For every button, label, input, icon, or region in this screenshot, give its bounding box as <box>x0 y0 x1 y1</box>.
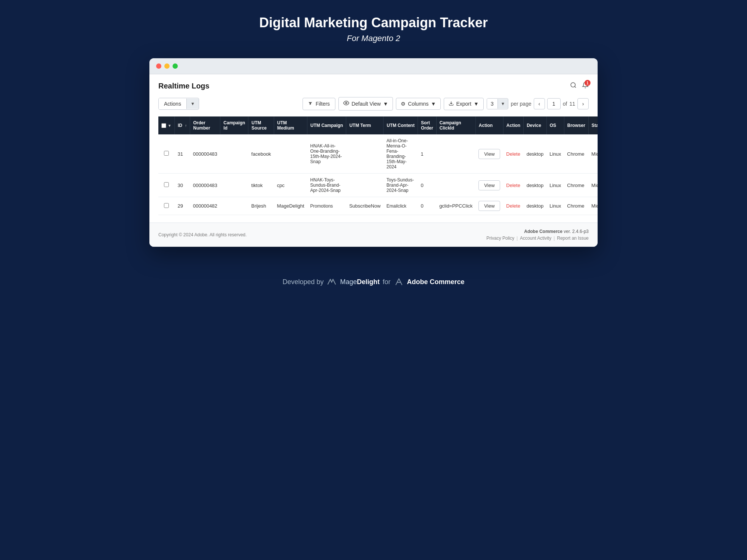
th-utm-source: UTMSource <box>248 116 274 134</box>
admin-title: Realtime Logs <box>158 82 210 90</box>
cell-order-1: 000000483 <box>190 174 220 197</box>
per-page-arrow-icon[interactable]: ▼ <box>498 99 508 109</box>
filter-icon <box>308 101 313 107</box>
footer-version-label: Adobe Commerce <box>524 229 562 234</box>
th-os: OS <box>546 116 564 134</box>
svg-line-1 <box>574 86 576 87</box>
cell-utm-medium-2: MageDelight <box>274 197 307 215</box>
view-button-0[interactable]: View <box>478 149 500 159</box>
filters-button[interactable]: Filters <box>303 98 335 110</box>
cell-sort-order-0: 1 <box>418 134 436 174</box>
toolbar-right: Filters Default View ▼ ⚙ C <box>303 97 589 111</box>
cell-browser-0: Chrome <box>564 134 588 174</box>
per-page-select[interactable]: 3 ▼ <box>487 98 509 109</box>
cell-clickid-0 <box>436 134 475 174</box>
privacy-policy-link[interactable]: Privacy Policy <box>486 236 514 241</box>
cell-action-view-2: View <box>475 197 503 215</box>
table-row: 29 000000482 Brijesh MageDelight Promoti… <box>158 197 598 215</box>
cell-action-view-0: View <box>475 134 503 174</box>
report-issue-link[interactable]: Report an Issue <box>557 236 589 241</box>
th-order-number: OrderNumber <box>190 116 220 134</box>
branding-for: for <box>383 278 391 286</box>
cell-utm-campaign-1: HNAK-Toys-Sundus-Brand-Apr-2024-Snap <box>307 174 346 197</box>
brand-delight: Delight <box>357 278 380 286</box>
cell-utm-content-2: Emailclick <box>384 197 418 215</box>
admin-header: Realtime Logs 1 <box>158 82 589 90</box>
table-row: 30 000000483 tiktok cpc HNAK-Toys-Sundus… <box>158 174 598 197</box>
columns-button[interactable]: ⚙ Columns ▼ <box>396 98 441 110</box>
cell-id-1: 30 <box>174 174 190 197</box>
view-select[interactable]: Default View ▼ <box>338 97 393 111</box>
th-device: Device <box>524 116 547 134</box>
row-checkbox-2[interactable] <box>164 203 169 208</box>
cell-action-view-1: View <box>475 174 503 197</box>
bottom-branding: Developed by MageDelight for Adobe Comme… <box>282 277 464 287</box>
cell-os-2: Linux <box>546 197 564 215</box>
close-button[interactable] <box>156 63 161 69</box>
next-page-button[interactable]: › <box>577 98 589 109</box>
th-action-delete: Action <box>503 116 523 134</box>
view-button-1[interactable]: View <box>478 180 500 190</box>
magedelight-logo-icon <box>326 277 337 287</box>
notifications-button[interactable]: 1 <box>582 82 589 90</box>
browser-titlebar <box>149 58 598 74</box>
page-number-input[interactable] <box>547 98 561 109</box>
cell-utm-campaign-0: HNAK-All-in-One-Branding-15th-May-2024-S… <box>307 134 346 174</box>
th-action-view: Action <box>475 116 503 134</box>
cell-sort-order-2: 0 <box>418 197 436 215</box>
admin-content: Realtime Logs 1 <box>149 74 598 223</box>
cell-id-2: 29 <box>174 197 190 215</box>
delete-link-0[interactable]: Delete <box>506 151 520 157</box>
cell-utm-content-1: Toys-Sundus-Brand-Apr-2024-Snap <box>384 174 418 197</box>
account-activity-link[interactable]: Account Activity <box>520 236 551 241</box>
cell-utm-content-0: All-in-One-Menna-O-Fena-Branding-15th-Ma… <box>384 134 418 174</box>
actions-dropdown[interactable]: Actions ▼ <box>158 98 199 110</box>
th-campaign-id: CampaignId <box>220 116 248 134</box>
columns-label: Columns <box>408 101 428 107</box>
delete-link-1[interactable]: Delete <box>506 183 520 188</box>
per-page-value: 3 <box>487 99 498 109</box>
header-icons: 1 <box>570 82 589 90</box>
table-header-row: ▼ ID ↑ OrderNumber CampaignId UTMSource … <box>158 116 598 134</box>
cell-campaign-id-2 <box>220 197 248 215</box>
minimize-button[interactable] <box>164 63 170 69</box>
view-button-2[interactable]: View <box>478 201 500 211</box>
columns-chevron-icon: ▼ <box>431 101 436 107</box>
prev-page-button[interactable]: ‹ <box>534 98 545 109</box>
branding-magedelight: MageDelight <box>340 278 379 286</box>
cell-utm-term-1 <box>346 174 384 197</box>
maximize-button[interactable] <box>173 63 178 69</box>
row-checkbox-0[interactable] <box>164 151 169 156</box>
actions-arrow-icon[interactable]: ▼ <box>186 99 199 109</box>
columns-icon: ⚙ <box>401 101 406 107</box>
cell-clickid-2: gclid=PPCClick <box>436 197 475 215</box>
page-subtitle: For Magento 2 <box>259 34 488 43</box>
th-checkbox-arrow[interactable]: ▼ <box>168 124 171 128</box>
cell-order-0: 000000483 <box>190 134 220 174</box>
select-all-checkbox[interactable] <box>161 123 166 128</box>
th-utm-campaign: UTM Campaign <box>307 116 346 134</box>
cell-state-0: Michigan <box>588 134 598 174</box>
per-page-label: per page <box>511 101 531 107</box>
cell-utm-campaign-2: Promotions <box>307 197 346 215</box>
cell-utm-medium-1: cpc <box>274 174 307 197</box>
delete-link-2[interactable]: Delete <box>506 203 520 209</box>
pagination: 3 ▼ per page ‹ of 11 › <box>487 98 589 109</box>
th-checkbox: ▼ <box>158 116 174 134</box>
cell-state-1: Michigan <box>588 174 598 197</box>
page-of-label: of <box>563 101 567 107</box>
cell-browser-2: Chrome <box>564 197 588 215</box>
cell-utm-medium-0 <box>274 134 307 174</box>
actions-label: Actions <box>159 98 186 109</box>
view-label: Default View <box>351 101 381 107</box>
row-checkbox-cell <box>158 174 174 197</box>
filters-label: Filters <box>316 101 330 107</box>
page-header: Digital Marketing Campaign Tracker For M… <box>259 15 488 43</box>
export-label: Export <box>456 101 471 107</box>
export-button[interactable]: Export ▼ <box>444 98 483 110</box>
search-button[interactable] <box>570 82 577 90</box>
cell-order-2: 000000482 <box>190 197 220 215</box>
separator-1: | <box>517 236 518 241</box>
row-checkbox-1[interactable] <box>164 182 169 187</box>
cell-utm-term-2: SubscribeNow <box>346 197 384 215</box>
